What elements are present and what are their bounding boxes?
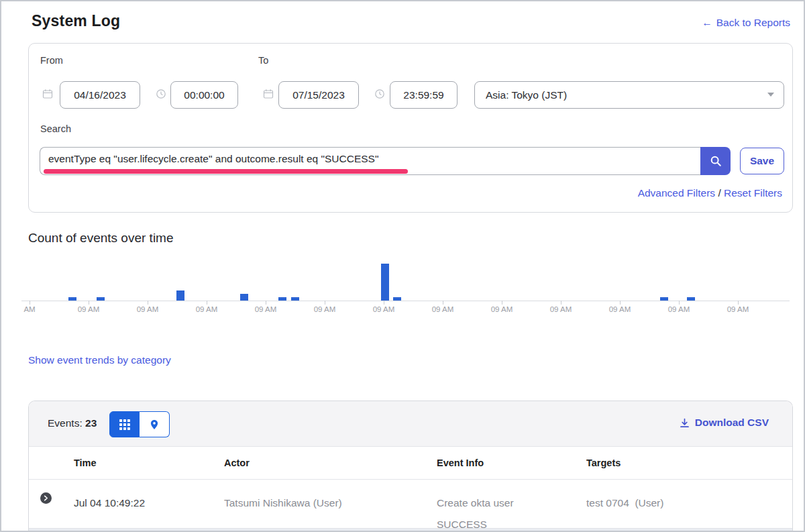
x-axis-tick-label: 09 AM [373, 305, 395, 313]
x-axis-tick-label: 09 AM [196, 305, 218, 313]
to-label: To [258, 55, 268, 66]
chart-bar [68, 297, 76, 301]
column-header-actor: Actor [224, 458, 250, 468]
timezone-selected-value: Asia: Tokyo (JST) [486, 89, 567, 101]
chart-bar [687, 297, 695, 301]
x-axis-tick-label: AM [23, 305, 35, 313]
cell-event-info-line1: Create okta user [437, 497, 514, 509]
download-csv-link[interactable]: Download CSV [680, 417, 769, 429]
cell-actor: Tatsumi Nishikawa (User) [224, 497, 342, 509]
chevron-right-icon [43, 495, 49, 501]
clock-icon [156, 89, 166, 99]
x-axis-tick-label: 09 AM [727, 305, 749, 313]
search-icon [710, 155, 722, 167]
x-axis-tick [148, 301, 148, 305]
map-view-button[interactable] [140, 411, 170, 437]
from-time-input[interactable] [170, 81, 238, 109]
advanced-filters-link[interactable]: Advanced Filters [638, 187, 715, 199]
chart-bar [381, 264, 389, 301]
x-axis-tick [207, 301, 207, 305]
cell-time: Jul 04 10:49:22 [74, 497, 145, 509]
download-icon [680, 418, 690, 428]
next-row-partial [29, 529, 792, 532]
search-label: Search [40, 123, 71, 134]
links-separator: / [715, 187, 724, 199]
column-header-event-info: Event Info [437, 458, 484, 468]
events-table-header: Time Actor Event Info Targets [29, 447, 792, 480]
column-header-time: Time [74, 458, 97, 468]
to-time-input[interactable] [390, 81, 458, 109]
back-arrow-icon: ← [702, 17, 712, 28]
x-axis-tick [266, 301, 266, 305]
x-axis-tick [89, 301, 89, 305]
x-axis-tick-label: 09 AM [550, 305, 572, 313]
x-axis-tick-label: 09 AM [491, 305, 513, 313]
chart-title: Count of events over time [28, 231, 174, 246]
x-axis-tick [502, 301, 502, 305]
x-axis-tick-label: 09 AM [314, 305, 336, 313]
column-header-targets: Targets [586, 458, 621, 468]
timezone-select[interactable]: Asia: Tokyo (JST) [474, 81, 784, 109]
search-input[interactable] [40, 147, 700, 175]
page-title: System Log [32, 12, 120, 30]
calendar-icon [263, 89, 274, 99]
grid-icon [119, 419, 130, 430]
x-axis-tick [738, 301, 739, 305]
system-log-page: System Log ←Back to Reports From To Asia… [0, 0, 805, 532]
events-count-label: Events: [48, 417, 83, 429]
to-date-input[interactable] [278, 81, 359, 109]
x-axis-tick-label: 09 AM [78, 305, 100, 313]
x-axis-tick [325, 301, 325, 305]
chart-bar [393, 297, 401, 301]
table-row[interactable]: Jul 04 10:49:22 Tatsumi Nishikawa (User)… [29, 480, 792, 529]
cell-targets: test 0704 (User) [586, 497, 663, 509]
x-axis-line [21, 301, 790, 301]
download-csv-label: Download CSV [695, 417, 769, 429]
clock-icon [374, 89, 385, 99]
search-button[interactable] [700, 147, 731, 175]
x-axis-tick-label: 09 AM [432, 305, 454, 313]
expand-row-button[interactable] [40, 492, 52, 504]
events-panel: Events: 23 Download CSV Time Actor Event… [28, 401, 793, 532]
chart-bar [97, 297, 105, 301]
from-label: From [40, 55, 63, 66]
x-axis-tick [679, 301, 680, 305]
events-panel-header: Events: 23 Download CSV [29, 401, 792, 447]
chart-bar [240, 294, 248, 301]
save-button[interactable]: Save [740, 148, 784, 174]
x-axis-tick-label: 09 AM [137, 305, 159, 313]
events-over-time-chart: AM09 AM09 AM09 AM09 AM09 AM09 AM09 AM09 … [1, 255, 805, 317]
chart-bar [176, 290, 184, 301]
x-axis-tick [443, 301, 443, 305]
calendar-icon [42, 89, 53, 99]
x-axis-tick [30, 301, 30, 305]
events-count-value: 23 [85, 417, 97, 429]
x-axis-tick [561, 301, 561, 305]
x-axis-tick [620, 301, 621, 305]
x-axis-tick-label: 09 AM [255, 305, 277, 313]
map-pin-icon [149, 419, 160, 430]
view-toggle [109, 411, 170, 437]
grid-view-button[interactable] [109, 411, 140, 437]
filter-panel: From To Asia: Tokyo (JST) Search Save Ad… [28, 43, 793, 213]
chart-bar [291, 297, 299, 301]
x-axis-tick [384, 301, 384, 305]
back-link-label: Back to Reports [716, 17, 790, 28]
x-axis-tick-label: 09 AM [609, 305, 631, 313]
chevron-down-icon [767, 93, 774, 97]
show-event-trends-link[interactable]: Show event trends by category [28, 354, 171, 366]
reset-filters-link[interactable]: Reset Filters [724, 187, 782, 199]
back-to-reports-link[interactable]: ←Back to Reports [702, 17, 790, 29]
events-count: Events: 23 [48, 417, 97, 429]
chart-bar [660, 297, 668, 301]
filter-links: Advanced Filters / Reset Filters [638, 187, 782, 199]
from-date-input[interactable] [60, 81, 140, 109]
chart-bar [278, 297, 286, 301]
x-axis-tick-label: 09 AM [668, 305, 690, 313]
